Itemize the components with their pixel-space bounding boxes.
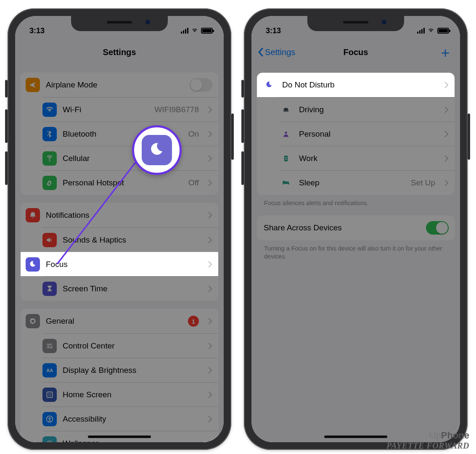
- row-label: Wi-Fi: [63, 105, 148, 114]
- row-accessibility[interactable]: Accessibility: [42, 406, 218, 431]
- chevron-left-icon: [257, 47, 264, 57]
- row-label: Personal: [299, 129, 435, 139]
- row-cellular[interactable]: Cellular: [42, 146, 218, 170]
- focus-footnote: Focus silences alerts and notifications.: [257, 195, 455, 208]
- display-icon: [42, 363, 57, 377]
- page-title: Settings: [103, 48, 136, 57]
- person-icon: [279, 127, 293, 141]
- focus-icon-callout: [132, 125, 182, 175]
- row-control-center[interactable]: Control Center: [42, 333, 218, 358]
- row-personal-hotspot[interactable]: Personal Hotspot Off: [42, 170, 218, 195]
- row-share-across-devices[interactable]: Share Across Devices: [257, 216, 455, 240]
- row-label: Home Screen: [63, 390, 199, 399]
- notch: [307, 16, 404, 31]
- cellular-signal-icon: [181, 28, 188, 34]
- screen-focus: 3:13 Settings Focus ＋: [251, 16, 460, 442]
- chevron-right-icon: [208, 155, 212, 162]
- row-label: Airplane Mode: [46, 80, 184, 90]
- page-title: Focus: [344, 48, 368, 57]
- row-bluetooth[interactable]: Bluetooth On: [42, 121, 218, 146]
- chevron-right-icon: [208, 131, 212, 137]
- row-label: Personal Hotspot: [63, 178, 182, 187]
- phone-right-frame: 3:13 Settings Focus ＋: [244, 8, 468, 450]
- bed-icon: [279, 176, 293, 190]
- row-label: Control Center: [63, 341, 199, 351]
- status-time: 3:13: [29, 26, 45, 35]
- focus-moon-icon: [26, 257, 40, 272]
- wifi-setting-icon: [42, 103, 57, 117]
- row-label: General: [46, 317, 182, 326]
- row-wifi[interactable]: Wi-Fi WIFI9B6778: [42, 97, 218, 121]
- focus-modes-group: Do Not Disturb Driving Personal: [257, 72, 455, 195]
- hotspot-icon: [42, 176, 57, 190]
- row-airplane-mode[interactable]: Airplane Mode: [21, 73, 218, 97]
- cellular-signal-icon: [417, 28, 425, 34]
- chevron-right-icon: [444, 131, 449, 137]
- focus-moon-icon: [142, 135, 172, 165]
- chevron-right-icon: [444, 179, 449, 186]
- notch: [71, 16, 168, 31]
- row-sleep[interactable]: Sleep Set Up: [279, 170, 455, 195]
- settings-group-attention: Notifications Sounds & Haptics Focus: [20, 203, 219, 301]
- row-personal[interactable]: Personal: [279, 121, 455, 146]
- watermark-line1: UpPhone: [386, 430, 469, 441]
- row-value: Set Up: [411, 178, 435, 187]
- wallpaper-icon: [42, 436, 57, 443]
- row-notifications[interactable]: Notifications: [21, 203, 218, 227]
- screen-settings: 3:13 Settings Airplane Mode: [15, 16, 224, 442]
- control-center-icon: [42, 339, 57, 353]
- row-sounds-haptics[interactable]: Sounds & Haptics: [42, 227, 218, 252]
- row-focus[interactable]: Focus: [21, 252, 218, 276]
- battery-icon: [201, 28, 213, 34]
- chevron-right-icon: [208, 343, 212, 349]
- home-indicator[interactable]: [88, 436, 151, 438]
- chevron-right-icon: [208, 367, 212, 374]
- chevron-right-icon: [208, 261, 212, 268]
- row-display-brightness[interactable]: Display & Brightness: [42, 358, 218, 382]
- home-screen-icon: [42, 388, 57, 402]
- row-label: Sleep: [299, 178, 405, 187]
- row-label: Display & Brightness: [63, 366, 199, 375]
- phone-left-frame: 3:13 Settings Airplane Mode: [8, 8, 231, 450]
- watermark-line2: PAYETTE FORWARD: [386, 441, 469, 451]
- row-value: Off: [188, 178, 199, 187]
- row-label: Work: [299, 154, 435, 163]
- navbar-settings: Settings: [15, 40, 224, 65]
- row-value: WIFI9B6778: [154, 105, 199, 114]
- row-label: Do Not Disturb: [282, 80, 435, 90]
- airplane-icon: [26, 78, 40, 92]
- airplane-toggle[interactable]: [190, 78, 212, 92]
- accessibility-icon: [42, 412, 57, 426]
- row-general[interactable]: General 1: [21, 309, 218, 333]
- wifi-icon: [191, 28, 198, 34]
- badge-icon: [279, 151, 293, 166]
- chevron-right-icon: [208, 416, 212, 422]
- share-footnote: Turning a Focus on for this device will …: [257, 240, 455, 261]
- chevron-right-icon: [208, 212, 212, 219]
- moon-icon: [262, 78, 276, 92]
- general-gear-icon: [26, 314, 40, 328]
- row-do-not-disturb[interactable]: Do Not Disturb: [257, 73, 455, 97]
- row-label: Sounds & Haptics: [63, 235, 199, 245]
- cellular-icon: [42, 151, 57, 166]
- chevron-right-icon: [444, 106, 449, 113]
- settings-group-general: General 1 Control Center Display & Brigh…: [20, 309, 219, 442]
- status-time: 3:13: [266, 26, 281, 35]
- row-screen-time[interactable]: Screen Time: [42, 276, 218, 301]
- add-focus-button[interactable]: ＋: [438, 45, 452, 59]
- row-work[interactable]: Work: [279, 146, 455, 170]
- home-indicator[interactable]: [324, 436, 387, 438]
- row-label: Wallpaper: [63, 439, 199, 443]
- row-label: Focus: [46, 260, 199, 269]
- status-indicators: [181, 28, 213, 34]
- watermark: UpPhone PAYETTE FORWARD: [386, 430, 469, 451]
- back-button[interactable]: Settings: [257, 47, 295, 57]
- navbar-focus: Settings Focus ＋: [251, 40, 460, 65]
- back-label: Settings: [265, 48, 295, 57]
- wifi-icon: [427, 28, 435, 34]
- settings-group-connectivity: Airplane Mode Wi-Fi WIFI9B6778 Bluetooth…: [20, 72, 219, 195]
- bluetooth-icon: [42, 127, 57, 141]
- row-driving[interactable]: Driving: [279, 97, 455, 121]
- share-toggle[interactable]: [426, 221, 449, 235]
- row-home-screen[interactable]: Home Screen: [42, 382, 218, 406]
